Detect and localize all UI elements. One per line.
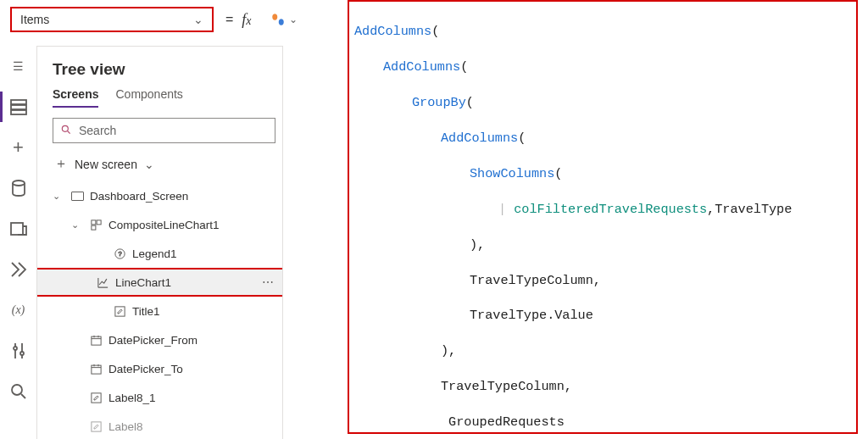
svg-rect-1 — [11, 105, 26, 109]
property-selector-value: Items — [20, 13, 49, 26]
svg-text:?: ? — [118, 250, 121, 258]
svg-rect-14 — [114, 306, 124, 315]
tree-item-label: CompositeLineChart1 — [108, 219, 220, 231]
tree-item-datepicker-from[interactable]: DatePicker_From — [53, 325, 275, 354]
svg-rect-2 — [11, 110, 26, 114]
svg-rect-11 — [91, 225, 95, 230]
edit-icon — [112, 305, 127, 318]
calendar-icon — [88, 334, 103, 347]
search-placeholder: Search — [79, 124, 116, 137]
svg-rect-17 — [91, 392, 100, 402]
svg-point-6 — [20, 352, 24, 355]
chevron-down-icon: ⌄ — [193, 13, 203, 26]
tab-screens[interactable]: Screens — [53, 87, 98, 108]
new-screen-button[interactable]: ＋ New screen ⌄ — [53, 152, 275, 181]
tree-item-datepicker-to[interactable]: DatePicker_To — [53, 354, 275, 383]
tree-search-input[interactable]: Search — [53, 118, 275, 143]
search-icon[interactable] — [8, 381, 29, 402]
tree-view-icon[interactable] — [8, 97, 29, 117]
tree-item-label: Title1 — [132, 305, 160, 318]
chevron-down-icon: ⌄ — [289, 14, 298, 25]
tree-item-label: Dashboard_Screen — [90, 190, 188, 203]
formula-editor[interactable]: AddColumns( AddColumns( GroupBy( AddColu… — [348, 0, 858, 434]
tree-item-linechart[interactable]: LineChart1 ⋯ — [37, 268, 282, 297]
tree-view-panel: Tree view Screens Components Search ＋ Ne… — [37, 46, 283, 439]
left-nav-rail: ☰ + (x) — [0, 46, 37, 439]
tree-item-label81[interactable]: Label8_1 — [53, 383, 275, 412]
tree-item-label: Label8_1 — [108, 392, 156, 404]
insert-icon[interactable]: + — [8, 137, 29, 158]
svg-point-5 — [14, 347, 17, 350]
chart-group-icon — [88, 219, 103, 231]
tree-item-title[interactable]: Title1 — [53, 297, 275, 325]
tree-list: ⌄ Dashboard_Screen ⌄ CompositeLineChart1… — [53, 181, 275, 439]
edit-icon — [88, 420, 103, 433]
tree-tabs: Screens Components — [53, 87, 275, 108]
tree-item-label: LineChart1 — [115, 276, 171, 289]
copilot-icon[interactable] — [270, 12, 286, 27]
line-chart-icon — [95, 276, 110, 289]
calendar-icon — [88, 363, 103, 375]
hamburger-icon[interactable]: ☰ — [8, 56, 29, 76]
tree-item-label: DatePicker_To — [108, 363, 183, 375]
screen-icon — [70, 192, 85, 201]
tree-item-label: Label8 — [108, 420, 143, 433]
svg-point-3 — [13, 181, 25, 186]
power-automate-icon[interactable] — [8, 259, 29, 280]
chevron-down-icon: ⌄ — [144, 158, 154, 171]
edit-icon — [88, 392, 103, 404]
svg-rect-18 — [91, 421, 100, 431]
tree-item-label: Legend1 — [132, 247, 177, 260]
more-icon[interactable]: ⋯ — [262, 275, 275, 289]
media-icon[interactable] — [8, 219, 29, 239]
tree-item-label: DatePicker_From — [108, 334, 198, 347]
data-icon[interactable] — [8, 178, 29, 198]
tab-components[interactable]: Components — [115, 87, 182, 108]
new-screen-label: New screen — [75, 158, 137, 171]
chevron-down-icon: ⌄ — [53, 191, 64, 202]
tree-item-label8[interactable]: Label8 — [53, 412, 275, 439]
variables-icon[interactable]: (x) — [8, 300, 29, 320]
svg-rect-16 — [91, 365, 100, 374]
svg-rect-15 — [91, 336, 100, 345]
tools-icon[interactable] — [8, 341, 29, 361]
tree-item-chart-group[interactable]: ⌄ CompositeLineChart1 — [53, 210, 275, 239]
equals-sign: = — [225, 12, 233, 27]
svg-point-8 — [62, 125, 68, 131]
property-selector[interactable]: Items ⌄ — [10, 7, 214, 32]
tree-item-legend[interactable]: ? Legend1 — [53, 239, 275, 268]
help-icon: ? — [112, 247, 127, 260]
tree-item-screen[interactable]: ⌄ Dashboard_Screen — [53, 181, 275, 210]
svg-rect-0 — [11, 100, 26, 104]
search-icon — [60, 124, 72, 138]
plus-icon: ＋ — [54, 155, 68, 173]
chevron-down-icon: ⌄ — [71, 220, 83, 231]
svg-point-7 — [12, 385, 22, 395]
fx-label: fx — [242, 11, 251, 29]
panel-title: Tree view — [53, 60, 275, 79]
svg-rect-9 — [91, 220, 95, 224]
svg-rect-10 — [97, 220, 101, 224]
svg-rect-4 — [11, 223, 23, 235]
